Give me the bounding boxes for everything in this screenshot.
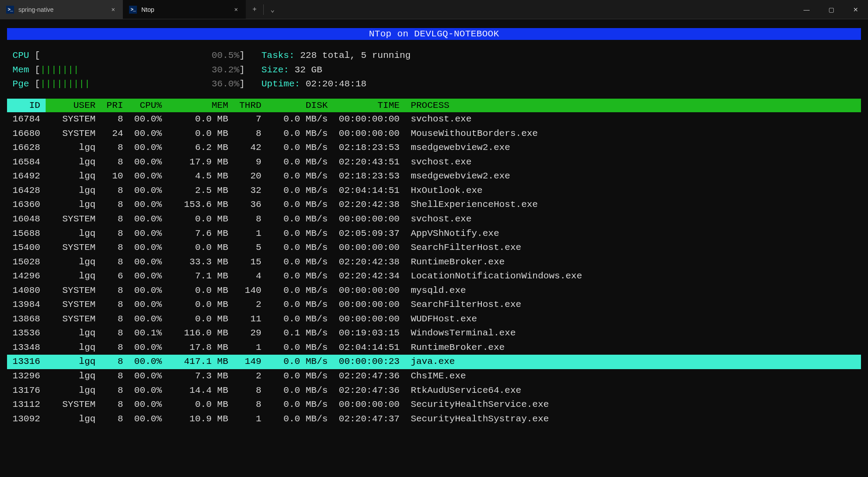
table-row[interactable]: 13112SYSTEM800.0%0.0 MB80.0 MB/s00:00:00…	[7, 398, 861, 412]
cell-thrd: 8	[234, 384, 267, 398]
cell-disk: 0.0 MB/s	[267, 169, 333, 184]
cell-thrd: 11	[234, 312, 267, 327]
cell-cpu: 00.0%	[129, 398, 167, 412]
cell-user: lgq	[46, 141, 101, 155]
terminal-content[interactable]: NTop on DEVLGQ-NOTEBOOK CPU[00.5%]Tasks:…	[0, 19, 868, 426]
uptime-value: 02:20:48:18	[306, 77, 367, 92]
cell-mem: 0.0 MB	[167, 127, 233, 141]
table-row[interactable]: 16492lgq1000.0%4.5 MB200.0 MB/s02:18:23:…	[7, 169, 861, 184]
cell-mem: 17.9 MB	[167, 155, 233, 170]
cell-thrd: 2	[234, 369, 267, 384]
table-row[interactable]: 13176lgq800.0%14.4 MB80.0 MB/s02:20:47:3…	[7, 384, 861, 398]
cell-mem: 417.1 MB	[167, 355, 233, 369]
cell-user: SYSTEM	[46, 212, 101, 227]
cell-id: 13316	[7, 355, 46, 369]
table-header[interactable]: ID USER PRI CPU% MEM THRD DISK TIME PROC…	[7, 99, 861, 113]
cell-pri: 8	[101, 155, 129, 170]
cell-disk: 0.0 MB/s	[267, 241, 333, 255]
cell-thrd: 36	[234, 198, 267, 212]
cell-mem: 2.5 MB	[167, 184, 233, 198]
tab-ntop[interactable]: Ntop ✕	[123, 0, 246, 19]
close-icon[interactable]: ✕	[110, 6, 117, 13]
col-time[interactable]: TIME	[333, 99, 405, 113]
cell-pri: 10	[101, 169, 129, 184]
cell-mem: 0.0 MB	[167, 284, 233, 298]
cell-mem: 17.8 MB	[167, 341, 233, 355]
close-icon[interactable]: ✕	[233, 6, 240, 13]
cell-cpu: 00.0%	[129, 112, 167, 127]
cell-proc: LocationNotificationWindows.exe	[405, 269, 861, 284]
cell-id: 16360	[7, 198, 46, 212]
cell-thrd: 5	[234, 241, 267, 255]
col-process[interactable]: PROCESS	[405, 99, 861, 113]
cell-pri: 8	[101, 241, 129, 255]
table-row[interactable]: 15028lgq800.0%33.3 MB150.0 MB/s02:20:42:…	[7, 255, 861, 270]
cell-user: SYSTEM	[46, 298, 101, 312]
table-row[interactable]: 16048SYSTEM800.0%0.0 MB80.0 MB/s00:00:00…	[7, 212, 861, 227]
cell-time: 02:04:14:51	[333, 184, 405, 198]
cell-pri: 8	[101, 141, 129, 155]
cell-user: SYSTEM	[46, 284, 101, 298]
cell-pri: 8	[101, 112, 129, 127]
table-row[interactable]: 16360lgq800.0%153.6 MB360.0 MB/s02:20:42…	[7, 198, 861, 212]
cell-proc: msedgewebview2.exe	[405, 141, 861, 155]
cell-cpu: 00.0%	[129, 241, 167, 255]
col-mem[interactable]: MEM	[167, 99, 233, 113]
tab-dropdown-button[interactable]: ⌄	[264, 0, 281, 19]
cell-cpu: 00.0%	[129, 412, 167, 427]
cell-mem: 0.0 MB	[167, 398, 233, 412]
cell-disk: 0.0 MB/s	[267, 255, 333, 270]
cell-proc: RuntimeBroker.exe	[405, 341, 861, 355]
add-tab-button[interactable]: +	[246, 0, 263, 19]
col-user[interactable]: USER	[46, 99, 101, 113]
table-row[interactable]: 13868SYSTEM800.0%0.0 MB110.0 MB/s00:00:0…	[7, 312, 861, 327]
size-value: 32 GB	[294, 63, 322, 78]
table-row[interactable]: 16680SYSTEM2400.0%0.0 MB80.0 MB/s00:00:0…	[7, 127, 861, 141]
table-row[interactable]: 14080SYSTEM800.0%0.0 MB1400.0 MB/s00:00:…	[7, 284, 861, 298]
col-pri[interactable]: PRI	[101, 99, 129, 113]
cell-disk: 0.0 MB/s	[267, 312, 333, 327]
table-row[interactable]: 16428lgq800.0%2.5 MB320.0 MB/s02:04:14:5…	[7, 184, 861, 198]
cell-thrd: 32	[234, 184, 267, 198]
col-cpu[interactable]: CPU%	[129, 99, 167, 113]
col-thrd[interactable]: THRD	[234, 99, 267, 113]
table-row[interactable]: 14296lgq600.0%7.1 MB40.0 MB/s02:20:42:34…	[7, 269, 861, 284]
close-window-button[interactable]: ✕	[843, 0, 868, 19]
table-row[interactable]: 13348lgq800.0%17.8 MB10.0 MB/s02:04:14:5…	[7, 341, 861, 355]
table-row[interactable]: 13984SYSTEM800.0%0.0 MB20.0 MB/s00:00:00…	[7, 298, 861, 312]
cell-thrd: 2	[234, 298, 267, 312]
cell-id: 13112	[7, 398, 46, 412]
table-row[interactable]: 16784SYSTEM800.0%0.0 MB70.0 MB/s00:00:00…	[7, 112, 861, 127]
table-row[interactable]: 13092lgq800.0%10.9 MB10.0 MB/s02:20:47:3…	[7, 412, 861, 427]
tab-spring-native[interactable]: spring-native ✕	[0, 0, 123, 19]
table-row[interactable]: 16628lgq800.0%6.2 MB420.0 MB/s02:18:23:5…	[7, 141, 861, 155]
cell-cpu: 00.0%	[129, 284, 167, 298]
col-id[interactable]: ID	[7, 99, 46, 113]
cell-time: 00:00:00:00	[333, 312, 405, 327]
table-row[interactable]: 13536lgq800.1%116.0 MB290.1 MB/s00:19:03…	[7, 326, 861, 341]
minimize-button[interactable]: —	[794, 0, 819, 19]
col-disk[interactable]: DISK	[267, 99, 333, 113]
cell-user: SYSTEM	[46, 398, 101, 412]
cell-proc: java.exe	[405, 355, 861, 369]
cell-pri: 8	[101, 184, 129, 198]
cell-proc: svchost.exe	[405, 212, 861, 227]
cell-mem: 33.3 MB	[167, 255, 233, 270]
cell-cpu: 00.0%	[129, 355, 167, 369]
cell-user: lgq	[46, 169, 101, 184]
cell-disk: 0.0 MB/s	[267, 298, 333, 312]
table-row[interactable]: 16584lgq800.0%17.9 MB90.0 MB/s02:20:43:5…	[7, 155, 861, 170]
table-row[interactable]: 13296lgq800.0%7.3 MB20.0 MB/s02:20:47:36…	[7, 369, 861, 384]
system-meters: CPU[00.5%]Tasks: 228 total, 5 running Me…	[7, 49, 861, 92]
table-row[interactable]: 15688lgq800.0%7.6 MB10.0 MB/s02:05:09:37…	[7, 227, 861, 241]
table-row[interactable]: 13316lgq800.0%417.1 MB1490.0 MB/s00:00:0…	[7, 355, 861, 369]
cell-time: 02:20:42:38	[333, 255, 405, 270]
cell-id: 13092	[7, 412, 46, 427]
cell-pri: 8	[101, 198, 129, 212]
cell-disk: 0.0 MB/s	[267, 384, 333, 398]
cell-pri: 8	[101, 227, 129, 241]
cell-mem: 7.6 MB	[167, 227, 233, 241]
banner: NTop on DEVLGQ-NOTEBOOK	[7, 28, 861, 40]
table-row[interactable]: 15400SYSTEM800.0%0.0 MB50.0 MB/s00:00:00…	[7, 241, 861, 255]
maximize-button[interactable]: ▢	[819, 0, 843, 19]
